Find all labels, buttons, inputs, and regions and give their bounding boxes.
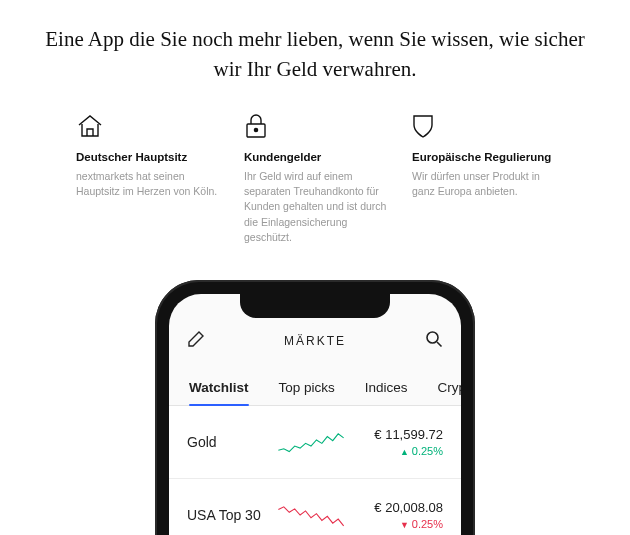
sparkline-down — [277, 497, 345, 533]
market-delta: 0.25% — [351, 518, 443, 530]
market-price: € 20,008.08 — [351, 500, 443, 515]
svg-point-2 — [427, 332, 438, 343]
feature-title: Deutscher Hauptsitz — [76, 151, 226, 163]
tab-top-picks[interactable]: Top picks — [279, 370, 335, 405]
tab-watchlist[interactable]: Watchlist — [189, 370, 249, 405]
app-title: MÄRKTE — [284, 334, 346, 348]
lock-icon — [244, 113, 394, 141]
feature-desc: nextmarkets hat seinen Hauptsitz im Herz… — [76, 169, 226, 199]
feature-title: Europäische Regulierung — [412, 151, 562, 163]
phone-mockup: MÄRKTE Watchlist Top picks Indices Crypt… — [155, 280, 475, 535]
feature-desc: Ihr Geld wird auf einem separaten Treuha… — [244, 169, 394, 245]
market-name: USA Top 30 — [187, 507, 271, 523]
feature-desc: Wir dürfen unser Produkt in ganz Europa … — [412, 169, 562, 199]
market-row-gold[interactable]: Gold € 11,599.72 0.25% — [169, 406, 461, 479]
edit-icon[interactable] — [187, 330, 205, 352]
tab-indices[interactable]: Indices — [365, 370, 408, 405]
feature-kundengelder: Kundengelder Ihr Geld wird auf einem sep… — [244, 113, 394, 245]
house-icon — [76, 113, 226, 141]
tab-crypto[interactable]: Crypto — [438, 370, 461, 405]
market-delta: 0.25% — [351, 445, 443, 457]
market-price: € 11,599.72 — [351, 427, 443, 442]
market-name: Gold — [187, 434, 271, 450]
phone-notch — [240, 294, 390, 318]
shield-icon — [412, 113, 562, 141]
market-row-usa-top-30[interactable]: USA Top 30 € 20,008.08 0.25% — [169, 479, 461, 535]
sparkline-up — [277, 424, 345, 460]
headline: Eine App die Sie noch mehr lieben, wenn … — [0, 0, 630, 85]
tabs: Watchlist Top picks Indices Crypto — [169, 364, 461, 406]
feature-title: Kundengelder — [244, 151, 394, 163]
features-row: Deutscher Hauptsitz nextmarkets hat sein… — [0, 85, 630, 245]
feature-hauptsitz: Deutscher Hauptsitz nextmarkets hat sein… — [76, 113, 226, 245]
svg-point-1 — [254, 128, 257, 131]
feature-regulierung: Europäische Regulierung Wir dürfen unser… — [412, 113, 562, 245]
search-icon[interactable] — [425, 330, 443, 352]
